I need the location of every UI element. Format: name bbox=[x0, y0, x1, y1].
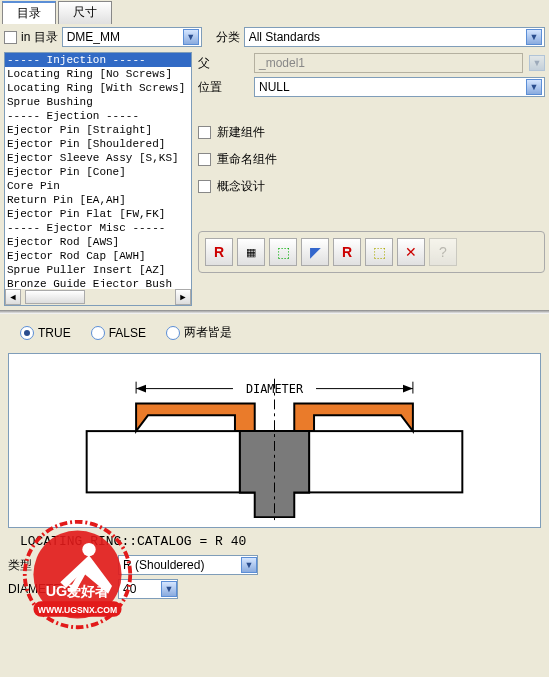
radio-false[interactable]: FALSE bbox=[91, 326, 146, 340]
tool-button-7[interactable]: ✕ bbox=[397, 238, 425, 266]
in-catalog-label: in 目录 bbox=[21, 29, 58, 46]
radio-both[interactable]: 两者皆是 bbox=[166, 324, 232, 341]
list-item[interactable]: Ejector Sleeve Assy [S,KS] bbox=[5, 151, 191, 165]
chevron-down-icon: ▼ bbox=[183, 29, 199, 45]
tab-bar: 目录 尺寸 bbox=[0, 0, 549, 24]
svg-marker-4 bbox=[136, 385, 146, 393]
new-component-row[interactable]: 新建组件 bbox=[198, 120, 545, 145]
svg-text:UG爱好者: UG爱好者 bbox=[46, 583, 110, 599]
catalog-value: DME_MM bbox=[67, 30, 183, 44]
concept-design-row[interactable]: 概念设计 bbox=[198, 174, 545, 199]
radio-icon bbox=[20, 326, 34, 340]
tab-dimension[interactable]: 尺寸 bbox=[58, 1, 112, 24]
tool-button-5[interactable]: R bbox=[333, 238, 361, 266]
watermark-stamp: UG爱好者 WWW.UGSNX.COM bbox=[20, 517, 135, 613]
position-label: 位置 bbox=[198, 79, 248, 96]
catalog-dropdown[interactable]: DME_MM ▼ bbox=[62, 27, 202, 47]
position-value: NULL bbox=[259, 80, 526, 94]
tool-button-1[interactable]: R bbox=[205, 238, 233, 266]
svg-marker-9 bbox=[294, 403, 413, 431]
list-item[interactable]: Bronze Guide Ejector Bush bbox=[5, 277, 191, 287]
concept-design-label: 概念设计 bbox=[217, 178, 265, 195]
svg-marker-8 bbox=[136, 403, 255, 431]
list-item[interactable]: ----- Injection ----- bbox=[5, 53, 191, 67]
list-item[interactable]: Ejector Rod [AWS] bbox=[5, 235, 191, 249]
new-component-checkbox[interactable] bbox=[198, 126, 211, 139]
tool-button-4[interactable]: ◤ bbox=[301, 238, 329, 266]
filter-row: in 目录 DME_MM ▼ 分类 All Standards ▼ bbox=[0, 24, 549, 50]
tool-button-3[interactable]: ⬚ bbox=[269, 238, 297, 266]
horizontal-scrollbar[interactable]: ◄ ► bbox=[5, 289, 191, 305]
chevron-down-icon[interactable]: ▼ bbox=[529, 55, 545, 71]
chevron-down-icon: ▼ bbox=[161, 581, 177, 597]
right-panel: 父 _model1 ▼ 位置 NULL ▼ 新建组件 重命名组件 概念设计 bbox=[198, 52, 545, 306]
parent-label: 父 bbox=[198, 55, 248, 72]
tab-catalog[interactable]: 目录 bbox=[2, 1, 56, 24]
list-item[interactable]: Ejector Pin Flat [FW,FK] bbox=[5, 207, 191, 221]
rename-component-checkbox[interactable] bbox=[198, 153, 211, 166]
list-item[interactable]: Ejector Rod Cap [AWH] bbox=[5, 249, 191, 263]
list-item[interactable]: Core Pin bbox=[5, 179, 191, 193]
chevron-down-icon: ▼ bbox=[526, 79, 542, 95]
diagram: DIAMETER bbox=[8, 353, 541, 528]
main-row: ----- Injection -----Locating Ring [No S… bbox=[0, 50, 549, 308]
scroll-right-button[interactable]: ► bbox=[175, 289, 191, 305]
chevron-down-icon: ▼ bbox=[241, 557, 257, 573]
new-component-label: 新建组件 bbox=[217, 124, 265, 141]
type-dropdown[interactable]: R (Shouldered) ▼ bbox=[118, 555, 258, 575]
parts-listbox[interactable]: ----- Injection -----Locating Ring [No S… bbox=[4, 52, 192, 306]
tool-button-help: ? bbox=[429, 238, 457, 266]
scroll-thumb[interactable] bbox=[25, 290, 85, 304]
chevron-down-icon: ▼ bbox=[526, 29, 542, 45]
tool-button-6[interactable]: ⬚ bbox=[365, 238, 393, 266]
parent-field[interactable]: _model1 bbox=[254, 53, 523, 73]
list-item[interactable]: Ejector Pin [Cone] bbox=[5, 165, 191, 179]
concept-design-checkbox[interactable] bbox=[198, 180, 211, 193]
radio-true[interactable]: TRUE bbox=[20, 326, 71, 340]
list-item[interactable]: Return Pin [EA,AH] bbox=[5, 193, 191, 207]
radio-icon bbox=[166, 326, 180, 340]
svg-text:WWW.UGSNX.COM: WWW.UGSNX.COM bbox=[38, 605, 117, 613]
in-catalog-checkbox[interactable] bbox=[4, 31, 17, 44]
rename-component-row[interactable]: 重命名组件 bbox=[198, 147, 545, 172]
list-item[interactable]: ----- Ejector Misc ----- bbox=[5, 221, 191, 235]
list-item[interactable]: Ejector Pin [Straight] bbox=[5, 123, 191, 137]
svg-point-14 bbox=[82, 543, 95, 556]
classify-value: All Standards bbox=[249, 30, 526, 44]
toolbar: R ▦ ⬚ ◤ R ⬚ ✕ ? bbox=[198, 231, 545, 273]
radio-icon bbox=[91, 326, 105, 340]
classify-dropdown[interactable]: All Standards ▼ bbox=[244, 27, 545, 47]
position-dropdown[interactable]: NULL ▼ bbox=[254, 77, 545, 97]
list-item[interactable]: Ejector Pin [Shouldered] bbox=[5, 137, 191, 151]
rename-component-label: 重命名组件 bbox=[217, 151, 277, 168]
tool-button-2[interactable]: ▦ bbox=[237, 238, 265, 266]
scroll-track[interactable] bbox=[21, 289, 175, 305]
list-item[interactable]: Locating Ring [With Screws] bbox=[5, 81, 191, 95]
horizontal-divider bbox=[0, 310, 549, 314]
scroll-left-button[interactable]: ◄ bbox=[5, 289, 21, 305]
radio-row: TRUE FALSE 两者皆是 bbox=[0, 316, 549, 349]
list-item[interactable]: Sprue Bushing bbox=[5, 95, 191, 109]
list-item[interactable]: ----- Ejection ----- bbox=[5, 109, 191, 123]
type-value: R (Shouldered) bbox=[119, 558, 241, 572]
list-item[interactable]: Sprue Puller Insert [AZ] bbox=[5, 263, 191, 277]
list-item[interactable]: Locating Ring [No Screws] bbox=[5, 67, 191, 81]
classify-label: 分类 bbox=[216, 29, 240, 46]
svg-marker-5 bbox=[403, 385, 413, 393]
